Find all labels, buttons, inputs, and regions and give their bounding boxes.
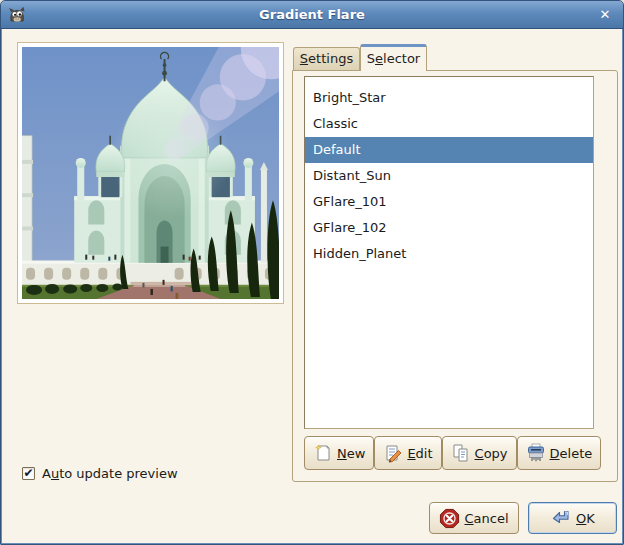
new-document-icon xyxy=(313,443,333,463)
tab-selector[interactable]: Selector xyxy=(360,44,427,71)
cancel-icon xyxy=(439,508,460,529)
list-action-row: New Edit Copy xyxy=(304,436,594,471)
delete-shredder-icon xyxy=(526,443,546,463)
cancel-label: Cancel xyxy=(464,511,508,526)
edit-label: Edit xyxy=(407,446,432,461)
ok-label: OK xyxy=(576,511,595,526)
title-bar[interactable]: Gradient Flare ✕ xyxy=(1,1,623,29)
copy-icon xyxy=(451,443,471,463)
delete-button[interactable]: Delete xyxy=(517,436,602,470)
flare-list-item[interactable]: GFlare_101 xyxy=(305,189,593,215)
flare-list-item[interactable]: Distant_Sun xyxy=(305,163,593,189)
auto-update-label: Auto update preview xyxy=(42,466,178,481)
new-button[interactable]: New xyxy=(304,436,374,470)
flare-list-item[interactable]: Hidden_Planet xyxy=(305,241,593,267)
taj-mahal-flare-preview[interactable] xyxy=(22,47,279,299)
flare-list-item[interactable]: GFlare_102 xyxy=(305,215,593,241)
preview-frame xyxy=(17,42,284,304)
auto-update-checkbox[interactable]: ✔ xyxy=(22,467,35,480)
gradient-flare-dialog: Gradient Flare ✕ xyxy=(0,0,624,545)
flare-list-item[interactable]: Bright_Star xyxy=(305,85,593,111)
auto-update-preview-row: ✔ Auto update preview xyxy=(22,465,178,481)
ok-button[interactable]: OK xyxy=(528,502,617,534)
delete-label: Delete xyxy=(550,446,593,461)
window-title: Gradient Flare xyxy=(1,1,623,29)
ok-enter-arrow-icon xyxy=(550,507,572,529)
flare-list-item-selected[interactable]: Default xyxy=(305,137,593,163)
cancel-button[interactable]: Cancel xyxy=(429,502,519,534)
copy-label: Copy xyxy=(475,446,508,461)
close-icon[interactable]: ✕ xyxy=(596,5,614,25)
tab-settings[interactable]: Settings xyxy=(293,47,360,70)
flare-list-item[interactable]: Classic xyxy=(305,111,593,137)
copy-button[interactable]: Copy xyxy=(442,436,517,470)
flare-preset-list: Bright_Star Classic Default Distant_Sun … xyxy=(304,76,594,429)
edit-icon xyxy=(383,443,403,463)
new-label: New xyxy=(337,446,365,461)
edit-button[interactable]: Edit xyxy=(374,436,441,470)
